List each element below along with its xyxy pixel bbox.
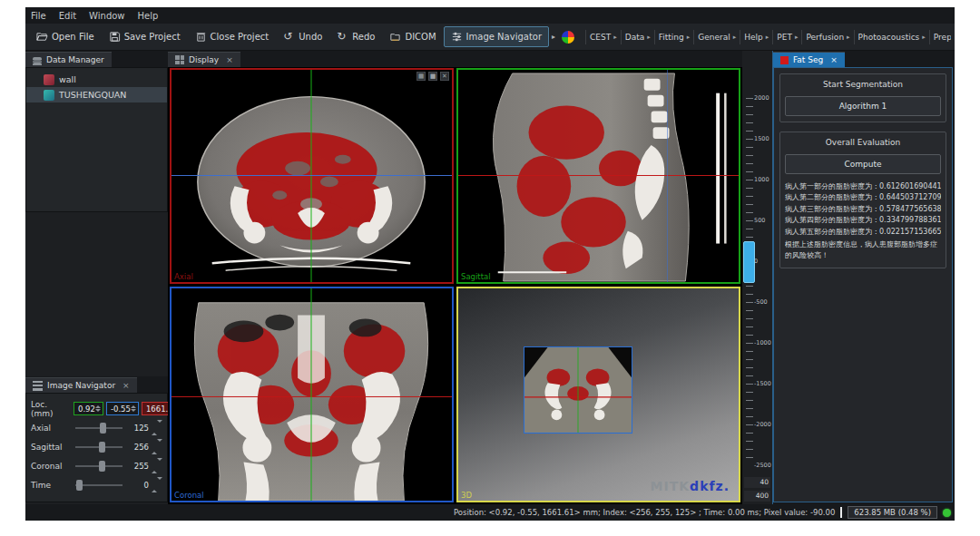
menu-edit[interactable]: Edit [59,11,76,21]
viewport-label-3d: 3D [461,491,472,500]
tab-fat-seg[interactable]: Fat Seg × [773,52,845,67]
menu-bar: File Edit Window Help [25,7,955,24]
level-value-box[interactable]: 40 [744,477,770,488]
tab-image-navigator[interactable]: Image Navigator × [25,377,137,393]
spin-arrows-icon[interactable] [152,423,162,433]
plugin-menus: CEST▸ Data▸ Fitting▸ General▸ Help▸ PET▸… [585,30,951,44]
slider-handle[interactable] [99,442,105,453]
3d-image-plane[interactable] [524,346,632,434]
viewport-sagittal[interactable]: Sagittal [456,68,740,284]
slider-handle[interactable] [76,480,83,491]
loc-x-spinbox[interactable]: 0.92 [74,402,103,415]
plugin-menu-cest[interactable]: CEST▸ [585,30,621,44]
status-bar: Position: <0.92, -0.55, 1661.61> mm; Ind… [25,504,955,521]
fat-seg-tab-label: Fat Seg [793,55,823,64]
plugin-menu-data[interactable]: Data▸ [621,30,654,44]
axial-ct-image [172,70,452,282]
plugin-menu-general[interactable]: General▸ [693,30,740,44]
time-slider[interactable] [74,479,124,492]
loc-label: Loc. (mm) [31,400,71,418]
overall-evaluation-title: Overall Evaluation [785,138,941,147]
lw-tick-label: -500 [754,298,772,306]
close-icon[interactable]: × [226,55,233,64]
algorithm-1-button[interactable]: Algorithm 1 [785,96,941,116]
mitk-logo-text: MITK [651,479,691,493]
viewport-coronal[interactable]: Coronal [170,287,454,502]
coronal-value: 255 [127,462,149,471]
plugin-menu-perfusion[interactable]: Perfusion▸ [801,30,853,44]
slider-handle[interactable] [100,423,106,434]
sliders-icon [33,381,43,391]
lw-tick-label: 500 [754,217,772,224]
viewport-label-coronal: Coronal [174,491,204,500]
axial-slider-row: Axial 125 [31,418,162,437]
open-file-button[interactable]: Open File [29,26,102,47]
close-project-button[interactable]: Close Project [188,26,277,47]
window-value-box[interactable]: 400 [744,491,770,502]
image-navigator-icon [451,31,463,43]
plugin-menu-fitting[interactable]: Fitting▸ [654,30,694,44]
layout-icon[interactable]: ■ [428,72,437,81]
slider-handle[interactable] [99,461,105,472]
crosshair-toggle-icon[interactable]: ▦ [416,72,426,81]
plugin-menu-photoacoustics[interactable]: Photoacoustics▸ [854,30,929,44]
open-file-label: Open File [52,32,94,42]
chevron-right-icon: ▸ [647,34,651,41]
menu-help[interactable]: Help [138,11,159,21]
display-tabbar: Display × [168,51,742,67]
time-value: 0 [127,481,149,490]
plugin-menu-pet[interactable]: PET▸ [772,30,801,44]
spin-arrows-icon[interactable] [152,442,162,452]
compute-button[interactable]: Compute [785,154,941,174]
close-icon[interactable]: × [830,55,838,64]
level-window-slider[interactable]: 2000 1500 1000 500 0 -500 -1000 -1500 -2… [742,51,773,504]
lw-tick-label: -2000 [754,421,772,428]
plugin-menu-help[interactable]: Help▸ [740,30,772,44]
tab-data-manager[interactable]: Data Manager [25,52,112,67]
coronal-slider[interactable] [74,460,124,473]
plugin-menu-preprocessing[interactable]: Preprocessing▸ [929,30,951,44]
fullscreen-icon[interactable]: ✕ [440,72,449,81]
redo-button[interactable]: ↻ Redo [329,26,382,47]
spin-arrows-icon[interactable] [131,405,136,412]
axial-slider[interactable] [74,422,124,434]
quad-view-icon [175,55,184,64]
data-node-wall[interactable]: wall [26,72,167,87]
save-project-icon [109,31,121,43]
loc-y-spinbox[interactable]: -0.55 [106,402,139,415]
menu-window[interactable]: Window [89,11,124,21]
sagittal-slider-row: Sagittal 256 [31,437,162,456]
start-segmentation-title: Start Segmentation [785,80,941,89]
close-icon[interactable]: × [122,381,130,390]
data-manager-tabbar: Data Manager [25,51,168,67]
image-node-icon [44,90,54,101]
sagittal-slider[interactable] [74,441,124,453]
redo-icon: ↻ [337,31,348,43]
display-tab-label: Display [189,55,219,64]
image-navigator-button[interactable]: Image Navigator [444,26,549,47]
level-window-handle[interactable] [743,241,755,283]
left-panel-column: Data Manager wall TUSHENGQUAN [25,51,168,504]
menu-file[interactable]: File [31,11,46,21]
data-manager-tab-label: Data Manager [46,55,104,64]
chevron-right-icon: ▸ [687,34,691,41]
spin-arrows-icon[interactable] [95,405,101,412]
viewport-axial[interactable]: ▦ ■ ✕ Axial [170,68,454,284]
fat-seg-panel: Fat Seg × Start Segmentation Algorithm 1… [773,51,955,504]
image-navigator-tabbar: Image Navigator × [25,376,168,393]
undo-button[interactable]: ↺ Undo [276,26,329,47]
spin-arrows-icon[interactable] [152,461,162,471]
dicom-label: DICOM [405,32,436,42]
save-project-button[interactable]: Save Project [102,26,188,47]
risk-conclusion: 根据上述脂肪密度信息，病人患腹部脂肪增多症的风险较高！ [785,239,941,262]
data-node-tushengquan[interactable]: TUSHENGQUAN [26,87,167,102]
tab-display[interactable]: Display × [168,52,240,67]
toolbar-overflow-arrow[interactable]: ▸ [549,33,558,41]
color-wheel-icon[interactable] [562,31,574,44]
dicom-button[interactable]: DICOM [382,26,443,47]
spin-arrows-icon[interactable] [152,480,162,490]
viewport-3d[interactable]: MITKdkfz. 3D [456,287,740,502]
bright-artifact-bar [716,93,720,244]
axial-value: 125 [127,424,149,433]
coronal-ct-image [172,288,452,501]
